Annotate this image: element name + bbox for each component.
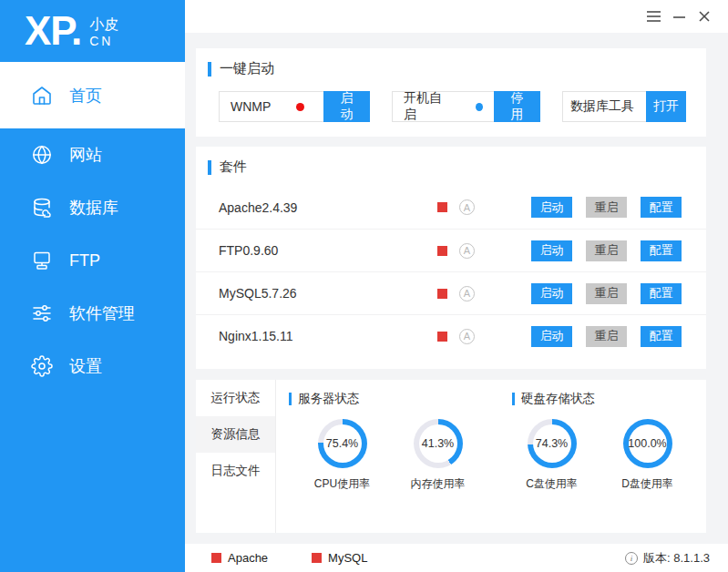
sidebar-item-label: 首页: [69, 85, 102, 107]
tab-resource-info[interactable]: 资源信息: [196, 416, 275, 453]
minimize-icon[interactable]: [666, 5, 692, 28]
titlebar: [185, 0, 728, 33]
sidebar-item-software[interactable]: 软件管理: [0, 287, 185, 340]
version-label: 版本: 8.1.1.3: [643, 550, 710, 567]
database-icon: [30, 196, 54, 220]
footer-service-apache: Apache: [211, 551, 268, 565]
sidebar-item-website[interactable]: 网站: [0, 128, 185, 181]
sidebar-item-database[interactable]: 数据库: [0, 181, 185, 234]
memory-gauge: 41.3% 内存使用率: [390, 419, 486, 492]
disk-d-percent: 100.0%: [629, 424, 667, 463]
service-name: MySQL5.7.26: [219, 286, 437, 301]
sidebar-item-home[interactable]: 首页: [0, 62, 185, 128]
config-button[interactable]: 配置: [641, 240, 682, 261]
status-tabs: 运行状态 资源信息 日志文件: [196, 380, 276, 533]
sidebar-item-label: 数据库: [69, 197, 118, 219]
close-icon[interactable]: [692, 5, 717, 28]
stopped-status-icon: [437, 289, 447, 299]
footer-service-name: MySQL: [328, 551, 367, 565]
start-button[interactable]: 启动: [531, 240, 572, 261]
gear-icon: [30, 354, 54, 378]
info-icon[interactable]: i: [625, 552, 638, 565]
disk-status-section: 硬盘存储状态 74.3% C盘使用率 100.0% D盘使用率: [499, 391, 706, 533]
sidebar-item-label: FTP: [69, 251, 100, 271]
logo-sub-bottom: CN: [89, 33, 118, 49]
autostart-badge-icon[interactable]: A: [459, 243, 475, 259]
cpu-gauge-label: CPU使用率: [314, 476, 370, 492]
quick-group-dbtool: 数据库工具 打开: [562, 91, 686, 122]
disk-c-gauge-label: C盘使用率: [526, 476, 578, 492]
memory-percent: 41.3%: [419, 424, 457, 463]
accent-bar: [289, 393, 292, 405]
disk-c-gauge: 74.3% C盘使用率: [504, 419, 600, 492]
cpu-gauge: 75.4% CPU使用率: [294, 419, 390, 492]
wnmp-mode-box[interactable]: WNMP: [219, 91, 323, 122]
footer-status-bar: Apache MySQL i 版本: 8.1.1.3: [185, 544, 728, 572]
sidebar-item-label: 软件管理: [69, 302, 135, 324]
version-info: i 版本: 8.1.1.3: [625, 550, 710, 567]
quick-start-card: 一键启动 WNMP 启动 开机自启 停用 数据库工具 打开: [196, 48, 706, 137]
restart-button[interactable]: 重启: [586, 240, 627, 261]
restart-button[interactable]: 重启: [586, 283, 627, 304]
server-status-section: 服务器状态 75.4% CPU使用率 41.3% 内存使用率: [276, 391, 499, 533]
sidebar-item-settings[interactable]: 设置: [0, 340, 185, 393]
sidebar: XP. 小皮 CN 首页 网站: [0, 0, 185, 572]
start-button[interactable]: 启动: [531, 326, 572, 347]
disk-d-gauge-label: D盘使用率: [621, 476, 673, 492]
cpu-percent: 75.4%: [323, 424, 362, 463]
stopped-status-icon: [437, 332, 447, 342]
stopped-status-icon: [211, 553, 221, 563]
dbtool-open-button[interactable]: 打开: [646, 91, 686, 122]
autostart-disable-button[interactable]: 停用: [494, 91, 540, 122]
restart-button[interactable]: 重启: [586, 197, 627, 218]
stopped-status-icon: [437, 246, 447, 256]
quick-group-wnmp: WNMP 启动: [219, 91, 370, 122]
logo-xp-text: XP.: [25, 11, 81, 51]
autostart-badge-icon[interactable]: A: [459, 329, 475, 344]
dbtool-label: 数据库工具: [570, 98, 634, 115]
config-button[interactable]: 配置: [641, 326, 682, 347]
suite-card: 套件 Apache2.4.39 A 启动 重启 配置 FTP0.9.60 A 启…: [196, 147, 706, 369]
status-dot-red: [296, 103, 304, 111]
service-name: Nginx1.15.11: [219, 329, 437, 343]
cpu-donut: 75.4%: [318, 419, 367, 468]
suite-row-ftp: FTP0.9.60 A 启动 重启 配置: [196, 229, 706, 271]
disk-d-gauge: 100.0% D盘使用率: [600, 419, 695, 492]
restart-button[interactable]: 重启: [586, 326, 627, 347]
monitor-icon: [30, 249, 54, 272]
accent-bar: [512, 393, 515, 405]
autostart-box[interactable]: 开机自启: [392, 91, 494, 122]
config-button[interactable]: 配置: [641, 197, 682, 218]
app-logo: XP. 小皮 CN: [0, 0, 185, 62]
start-all-button[interactable]: 启动: [323, 91, 370, 122]
start-button[interactable]: 启动: [531, 197, 572, 218]
quick-group-autostart: 开机自启 停用: [392, 91, 540, 122]
start-button[interactable]: 启动: [531, 283, 572, 304]
quick-start-title: 一键启动: [220, 60, 274, 77]
tab-log-files[interactable]: 日志文件: [196, 453, 275, 489]
accent-bar: [208, 62, 211, 77]
suite-row-mysql: MySQL5.7.26 A 启动 重启 配置: [196, 271, 706, 314]
sidebar-item-ftp[interactable]: FTP: [0, 234, 185, 287]
dbtool-box[interactable]: 数据库工具: [562, 91, 646, 122]
tab-running-status[interactable]: 运行状态: [196, 380, 275, 416]
accent-bar: [208, 160, 211, 175]
memory-donut: 41.3%: [414, 419, 463, 468]
logo-sub-top: 小皮: [89, 15, 118, 33]
suite-title: 套件: [220, 158, 247, 176]
sliders-icon: [30, 301, 54, 325]
autostart-badge-icon[interactable]: A: [459, 199, 475, 215]
menu-icon[interactable]: [641, 5, 666, 28]
wnmp-label: WNMP: [231, 99, 271, 114]
footer-service-name: Apache: [228, 551, 268, 565]
home-icon: [30, 84, 54, 107]
service-name: Apache2.4.39: [219, 200, 437, 215]
suite-row-nginx: Nginx1.15.11 A 启动 重启 配置: [196, 314, 706, 357]
autostart-label: 开机自启: [404, 90, 450, 123]
autostart-badge-icon[interactable]: A: [459, 286, 475, 301]
globe-icon: [30, 143, 54, 167]
disk-c-donut: 74.3%: [528, 419, 577, 468]
config-button[interactable]: 配置: [641, 283, 682, 304]
sidebar-item-label: 设置: [69, 355, 102, 377]
status-card: 运行状态 资源信息 日志文件 服务器状态 75.4% CPU使用率 41.3%: [196, 380, 706, 533]
